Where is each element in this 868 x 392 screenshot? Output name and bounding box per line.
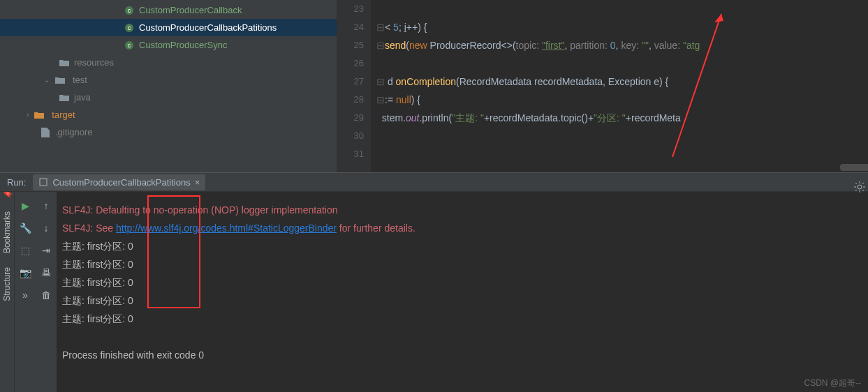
svg-text:c: c	[128, 42, 131, 49]
project-tree[interactable]: cCustomProducerCallback cCustomProducerC…	[0, 0, 337, 172]
tree-item[interactable]: cCustomProducerCallback	[0, 1, 337, 19]
folder-icon	[59, 58, 69, 68]
tree-item[interactable]: ›target	[0, 106, 337, 123]
wrench-icon[interactable]: 🔧	[19, 222, 31, 234]
structure-tab[interactable]: Structure	[2, 267, 12, 301]
file-icon	[41, 128, 50, 137]
tree-item[interactable]: cCustomProducerSync	[0, 36, 337, 54]
folder-icon	[59, 93, 69, 103]
console-line: Process finished with exit code 0	[62, 346, 862, 364]
rerun-button[interactable]: ▶	[19, 199, 31, 212]
trash-icon[interactable]: 🗑	[40, 289, 52, 301]
bookmarks-tab[interactable]: Bookmarks	[2, 211, 12, 253]
console-output[interactable]: SLF4J: Defaulting to no-operation (NOP) …	[57, 173, 868, 392]
console-line: 主题: first分区: 0	[62, 292, 862, 310]
run-toolbar-2: ↑ ↓ ⇥ 🖶 🗑	[36, 173, 57, 392]
console-line: SLF4J: Defaulting to no-operation (NOP) …	[62, 201, 862, 219]
svg-rect-8	[40, 179, 47, 186]
svg-point-9	[858, 185, 862, 189]
print-icon[interactable]: 🖶	[40, 266, 52, 279]
watermark: CSDN @超哥--	[804, 377, 861, 389]
console-line: 主题: first分区: 0	[62, 237, 862, 255]
camera-icon[interactable]: 📷	[19, 266, 31, 279]
app-icon	[38, 177, 48, 187]
code-area[interactable]: ⊟< 5; i++) { ⊟send(new ProducerRecord<>(…	[371, 0, 868, 172]
slf4j-link[interactable]: http://www.slf4j.org/codes.html#StaticLo…	[116, 223, 337, 234]
soft-wrap-icon[interactable]: ⇥	[40, 244, 52, 257]
class-icon: c	[124, 23, 134, 33]
run-toolbar-1: ▶ 🔧 ⬚ 📷 »	[15, 173, 36, 392]
down-icon[interactable]: ↓	[40, 222, 52, 234]
console-line: 主题: first分区: 0	[62, 273, 862, 292]
class-icon: c	[124, 6, 134, 15]
chevron-down-icon: ⌄	[44, 76, 50, 84]
gutter: 23 24 25 26 27 28 29 30 31	[337, 0, 371, 172]
expand-icon[interactable]: »	[19, 289, 31, 301]
tool-stripe: 🔖 Bookmarks Structure	[0, 173, 15, 392]
console-line: SLF4J: See http://www.slf4j.org/codes.ht…	[62, 219, 862, 237]
up-icon[interactable]: ↑	[40, 199, 52, 212]
folder-icon	[55, 75, 65, 85]
chevron-right-icon: ›	[27, 111, 29, 119]
settings-gear-icon[interactable]	[854, 181, 865, 193]
console-line: 主题: first分区: 0	[62, 255, 862, 273]
horizontal-scrollbar[interactable]	[840, 164, 868, 171]
svg-text:c: c	[128, 7, 131, 14]
class-icon: c	[124, 40, 134, 50]
console-line: 主题: first分区: 0	[62, 310, 862, 328]
folder-icon	[34, 110, 44, 120]
debug-icon[interactable]: ⬚	[19, 244, 31, 257]
tree-item[interactable]: .gitignore	[0, 123, 337, 141]
svg-text:c: c	[128, 24, 131, 31]
tree-item[interactable]: resources	[0, 54, 337, 71]
run-label: Run:	[7, 177, 26, 188]
code-editor[interactable]: 23 24 25 26 27 28 29 30 31 ⊟< 5; i++) { …	[337, 0, 868, 172]
tree-item[interactable]: ⌄test	[0, 71, 337, 89]
tree-item-selected[interactable]: cCustomProducerCallbackPatitions	[0, 19, 337, 36]
tree-item[interactable]: java	[0, 89, 337, 106]
